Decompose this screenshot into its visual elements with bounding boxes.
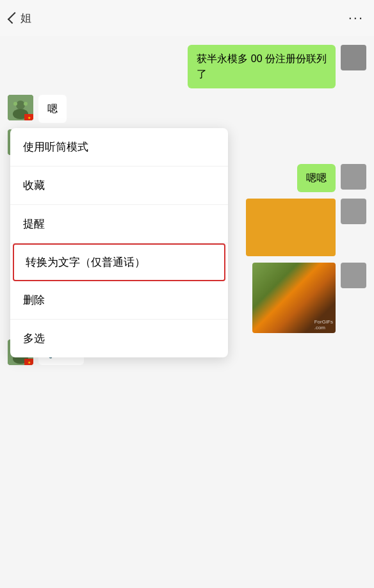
back-icon bbox=[8, 12, 19, 24]
context-menu: 使用听筒模式 收藏 提醒 转换为文字（仅普通话） 删除 多选 bbox=[10, 128, 228, 357]
avatar-right-3 bbox=[341, 199, 366, 224]
menu-item-multiselect[interactable]: 多选 bbox=[10, 320, 228, 357]
watermark: ForGIFs.com bbox=[314, 319, 333, 331]
avatar-right-1 bbox=[341, 45, 366, 70]
svg-point-3 bbox=[13, 102, 17, 106]
header: 姐 ··· bbox=[0, 0, 374, 36]
svg-point-4 bbox=[24, 102, 28, 106]
back-button[interactable]: 姐 bbox=[10, 11, 31, 26]
media-block bbox=[246, 199, 336, 256]
menu-item-remind[interactable]: 提醒 bbox=[10, 205, 228, 243]
bubble-right-2: 嗯嗯 bbox=[297, 164, 336, 192]
menu-item-delete[interactable]: 删除 bbox=[10, 281, 228, 320]
tiger-gif: ForGIFs.com bbox=[252, 263, 336, 333]
bubble-right-1: 获半永模多 00 份注册份联列 了 bbox=[188, 45, 336, 88]
avatar-right-2 bbox=[341, 164, 366, 190]
msg-row-1: 获半永模多 00 份注册份联列 了 bbox=[8, 42, 366, 88]
menu-item-collect[interactable]: 收藏 bbox=[10, 167, 228, 205]
flag-icon bbox=[24, 114, 33, 120]
msg-row-2: 嗯 bbox=[8, 95, 366, 123]
svg-point-1 bbox=[16, 101, 25, 110]
contact-name: 姐 bbox=[20, 11, 31, 26]
avatar-left-1 bbox=[8, 95, 33, 120]
more-button[interactable]: ··· bbox=[348, 10, 364, 26]
menu-item-convert[interactable]: 转换为文字（仅普通话） bbox=[13, 243, 225, 281]
menu-item-earpiece[interactable]: 使用听筒模式 bbox=[10, 128, 228, 167]
flag-icon-3 bbox=[24, 359, 33, 365]
avatar-right-4 bbox=[341, 263, 366, 288]
bubble-left-1: 嗯 bbox=[38, 95, 67, 123]
